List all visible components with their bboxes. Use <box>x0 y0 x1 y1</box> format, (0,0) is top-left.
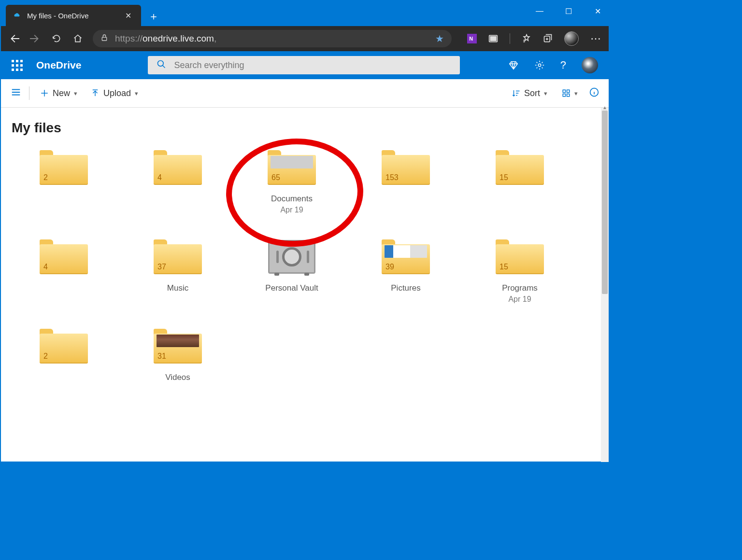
folder-item[interactable]: 37 Music <box>126 239 230 304</box>
maximize-icon[interactable]: ☐ <box>561 7 576 16</box>
titlebar: My files - OneDrive ✕ ＋ ― ☐ ✕ <box>1 1 609 26</box>
folder-thumbnail <box>385 245 427 258</box>
svg-point-7 <box>538 64 541 67</box>
forward-button[interactable] <box>29 32 42 45</box>
premium-icon[interactable] <box>508 60 519 70</box>
back-button[interactable] <box>8 32 20 45</box>
folder-count: 2 <box>43 173 48 182</box>
address-bar: https://onedrive.live.com, ★ N ⋯ <box>1 26 609 51</box>
cmd-right: Sort ▾ ▾ <box>509 86 599 100</box>
close-window-icon[interactable]: ✕ <box>590 7 605 16</box>
svg-text:N: N <box>469 36 473 42</box>
new-label: New <box>53 88 70 98</box>
content-area: ▲ My files 2 4 65 DocumentsApr 19 153 15… <box>1 108 609 462</box>
folder-name: Music <box>167 283 188 294</box>
brand-label[interactable]: OneDrive <box>36 59 81 71</box>
folder-item[interactable]: 2 <box>12 150 116 214</box>
scroll-up-icon[interactable]: ▲ <box>602 105 608 111</box>
page-title: My files <box>12 120 598 136</box>
command-bar: New ▾ Upload ▾ Sort ▾ ▾ <box>1 79 609 108</box>
account-avatar[interactable] <box>582 57 598 73</box>
new-button[interactable]: New ▾ <box>37 86 80 100</box>
folder-count: 4 <box>157 173 162 182</box>
folder-icon: 37 <box>154 239 202 274</box>
folder-count: 153 <box>385 173 399 182</box>
browser-tab[interactable]: My files - OneDrive ✕ <box>6 5 141 26</box>
more-button[interactable]: ⋯ <box>590 32 602 45</box>
scroll-thumb[interactable] <box>602 111 608 294</box>
folder-item[interactable]: 39 Pictures <box>354 239 458 304</box>
folder-item[interactable]: Personal Vault <box>240 239 344 304</box>
upload-button[interactable]: Upload ▾ <box>88 86 141 100</box>
folder-icon: 4 <box>40 239 88 274</box>
folder-icon: 15 <box>496 239 544 274</box>
view-toggle[interactable]: ▾ <box>559 87 581 99</box>
new-tab-button[interactable]: ＋ <box>144 7 163 26</box>
folder-name: Programs <box>502 283 538 294</box>
folder-item[interactable]: 2 <box>12 329 116 383</box>
folder-thumbnail <box>157 335 199 347</box>
folder-item[interactable]: 4 <box>126 150 230 214</box>
url-text: https://onedrive.live.com, <box>115 33 428 44</box>
folder-count: 65 <box>271 173 280 182</box>
tab-title: My files - OneDrive <box>27 12 89 20</box>
sort-label: Sort <box>524 88 540 98</box>
refresh-button[interactable] <box>50 32 63 45</box>
chevron-down-icon: ▾ <box>74 90 77 97</box>
svg-rect-11 <box>567 94 570 97</box>
folder-icon: 31 <box>154 329 202 364</box>
folder-item[interactable]: 31 Videos <box>126 329 230 383</box>
folder-item[interactable]: 15 <box>468 150 572 214</box>
chevron-down-icon: ▾ <box>574 90 578 97</box>
collections-icon[interactable] <box>543 34 553 43</box>
svg-rect-0 <box>102 37 106 41</box>
reading-view-icon[interactable] <box>488 34 498 43</box>
folder-name: Videos <box>165 372 190 383</box>
app-launcher-icon[interactable] <box>12 60 23 71</box>
app-header: OneDrive ? <box>1 51 609 79</box>
home-button[interactable] <box>71 32 84 45</box>
settings-gear-icon[interactable] <box>534 60 545 70</box>
address-field[interactable]: https://onedrive.live.com, ★ <box>93 30 452 47</box>
header-actions: ? <box>508 57 598 73</box>
folder-icon: 15 <box>496 150 544 185</box>
content-scroll[interactable]: My files 2 4 65 DocumentsApr 19 153 15 4… <box>1 108 609 462</box>
folder-count: 31 <box>157 352 166 361</box>
search-input[interactable] <box>173 60 451 71</box>
onedrive-favicon-icon <box>13 11 21 20</box>
folder-name: Pictures <box>391 283 420 294</box>
search-icon <box>157 59 166 71</box>
folder-count: 37 <box>157 263 166 271</box>
folder-count: 39 <box>385 263 394 271</box>
toolbar-right: N ⋯ <box>467 31 602 46</box>
search-box[interactable] <box>148 56 460 74</box>
scrollbar[interactable]: ▲ <box>601 108 609 462</box>
onenote-extension-icon[interactable]: N <box>467 34 477 43</box>
folder-count: 2 <box>43 352 48 361</box>
folder-item[interactable]: 15 ProgramsApr 19 <box>468 239 572 304</box>
close-tab-icon[interactable]: ✕ <box>125 11 131 20</box>
chevron-down-icon: ▾ <box>544 90 547 97</box>
toolbar-divider <box>510 33 510 44</box>
folder-icon: 2 <box>40 150 88 185</box>
favorites-list-icon[interactable] <box>522 34 531 43</box>
folder-icon: 4 <box>154 150 202 185</box>
sort-button[interactable]: Sort ▾ <box>509 86 550 100</box>
folder-icon: 153 <box>382 150 430 185</box>
folder-item[interactable]: 4 <box>12 239 116 304</box>
folder-name: Documents <box>271 194 313 205</box>
cmd-divider <box>29 86 29 100</box>
folder-date: Apr 19 <box>280 206 303 214</box>
chevron-down-icon: ▾ <box>135 90 138 97</box>
lock-icon <box>100 33 108 44</box>
info-icon[interactable] <box>589 87 599 99</box>
help-icon[interactable]: ? <box>560 59 566 71</box>
minimize-icon[interactable]: ― <box>532 7 547 15</box>
folder-icon: 39 <box>382 239 430 274</box>
folder-item[interactable]: 65 DocumentsApr 19 <box>240 150 344 214</box>
favorite-star-icon[interactable]: ★ <box>435 33 444 44</box>
profile-avatar[interactable] <box>564 31 579 46</box>
folder-item[interactable]: 153 <box>354 150 458 214</box>
nav-toggle-icon[interactable] <box>11 87 21 100</box>
folder-grid: 2 4 65 DocumentsApr 19 153 15 4 37 Music… <box>12 150 572 383</box>
